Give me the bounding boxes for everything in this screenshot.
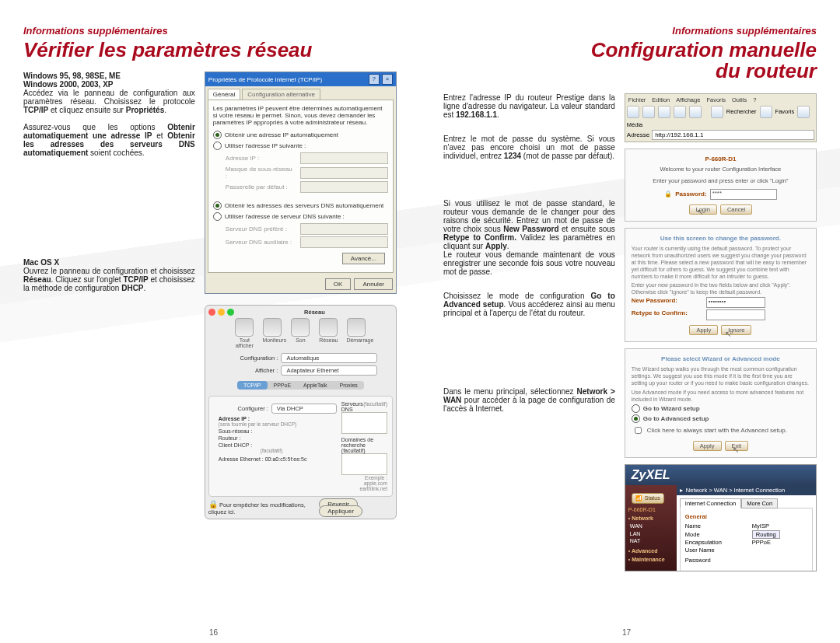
mac-close-icon[interactable] <box>208 309 215 316</box>
wan-password-input[interactable] <box>752 557 791 564</box>
router-model: P-660R-D1 <box>632 156 810 162</box>
cancel-button[interactable]: Annuler <box>354 278 393 290</box>
help-icon[interactable]: ? <box>369 74 380 85</box>
left-page: Informations supplémentaires Vérifier le… <box>0 0 420 643</box>
mode-select[interactable]: Routing <box>752 530 780 539</box>
ok-button[interactable]: OK <box>325 278 352 290</box>
tab-tcpip[interactable]: TCP/IP <box>237 381 268 390</box>
win-heading-1: Windows 95, 98, 98SE, ME <box>23 72 195 80</box>
right-page-number: 17 <box>622 628 631 637</box>
search-domains-field[interactable] <box>341 453 387 475</box>
menu-file[interactable]: Fichier <box>628 96 646 103</box>
side-nat[interactable]: NAT <box>630 537 674 545</box>
side-wan[interactable]: WAN <box>630 522 674 530</box>
new-password-input[interactable]: •••••••• <box>706 297 765 308</box>
address-label: Adresse <box>627 131 649 138</box>
forward-icon[interactable] <box>642 106 655 118</box>
advanced-button[interactable]: Avancé... <box>342 253 385 264</box>
radio-auto-ip[interactable] <box>213 131 222 139</box>
search-icon[interactable] <box>711 106 723 118</box>
gateway-field <box>300 181 388 193</box>
radio-wizard[interactable] <box>632 404 640 413</box>
tcpip-desc: Les paramètres IP peuvent être déterminé… <box>213 105 388 126</box>
tab-more-connections[interactable]: More Con <box>741 498 778 508</box>
tab-proxies[interactable]: Proxies <box>333 381 363 390</box>
win-para-2: Assurez-vous que les options Obtenir aut… <box>23 123 195 157</box>
config-select[interactable]: Automatique <box>281 353 377 363</box>
zyxel-brand: ZyXEL <box>625 465 816 485</box>
menu-edit[interactable]: Edition <box>652 96 670 103</box>
show-select[interactable]: Adaptateur Ethernet <box>281 365 377 376</box>
side-group-maintenance[interactable]: ▪ Maintenance <box>628 557 674 562</box>
back-icon[interactable] <box>627 106 639 118</box>
left-subheader: Informations supplémentaires <box>23 25 397 37</box>
tcpip-title-text: Propriétés de Protocole Internet (TCP/IP… <box>208 76 322 83</box>
pw-apply-button[interactable]: Apply <box>689 325 718 335</box>
tcpip-dialog: Propriétés de Protocole Internet (TCP/IP… <box>205 72 397 294</box>
win-heading-2: Windows 2000, 2003, XP <box>23 80 195 89</box>
right-page: Informations supplémentaires Configurati… <box>420 0 840 643</box>
always-advanced-checkbox[interactable] <box>635 427 642 434</box>
mode-title: Please select Wizard or Advanced mode <box>632 355 810 362</box>
tab-alt-config[interactable]: Configuration alternative <box>242 89 320 100</box>
tcpip-titlebar: Propriétés de Protocole Internet (TCP/IP… <box>205 72 396 86</box>
login-pane: P-660R-D1 Welcome to your router Configu… <box>625 149 817 222</box>
stop-icon[interactable] <box>658 106 670 118</box>
radio-advanced[interactable] <box>632 414 640 423</box>
browser-menu: Fichier Edition Affichage Favoris Outils… <box>627 96 814 104</box>
media-icon[interactable] <box>797 106 810 118</box>
menu-help[interactable]: ? <box>753 96 756 103</box>
login-welcome: Welcome to your router Configuration Int… <box>632 166 810 173</box>
login-button[interactable]: Login <box>689 204 717 215</box>
monitors-icon[interactable]: Moniteurs <box>262 318 282 348</box>
tab-general[interactable]: Général <box>208 89 240 100</box>
menu-view[interactable]: Affichage <box>676 96 700 103</box>
lock-icon: 🔒 <box>664 190 672 197</box>
tab-pppoe[interactable]: PPPoE <box>268 381 298 390</box>
subnet-mask-field <box>300 167 388 179</box>
address-input[interactable]: http://192.168.1.1 <box>652 130 814 140</box>
sound-icon[interactable]: Son <box>290 318 310 348</box>
password-input[interactable]: **** <box>710 189 777 200</box>
left-page-number: 16 <box>209 628 218 637</box>
refresh-icon[interactable] <box>674 106 686 118</box>
side-lan[interactable]: LAN <box>630 530 674 538</box>
side-group-network[interactable]: ▪ Network <box>628 515 674 521</box>
side-group-advanced[interactable]: ▪ Advanced <box>628 548 674 554</box>
startup-icon[interactable]: Démarrage <box>346 318 366 348</box>
login-hint: Enter your password and press enter or c… <box>632 177 810 184</box>
radio-manual-dns[interactable] <box>213 212 222 221</box>
zyxel-sidebar: 📶Status P-660R-D1 ▪ Network WAN LAN NAT … <box>625 485 677 571</box>
network-icon[interactable]: Réseau <box>318 318 338 348</box>
mac-minimize-icon[interactable] <box>218 309 225 316</box>
lock-icon[interactable]: 🔒 Pour empêcher les modifications, cliqu… <box>208 500 319 515</box>
tab-appletalk[interactable]: AppleTalk <box>297 381 333 390</box>
radio-auto-dns[interactable] <box>213 201 222 210</box>
mac-heading: Mac OS X <box>23 258 195 267</box>
favorites-icon[interactable] <box>760 106 772 118</box>
pw-ignore-button[interactable]: Ignore <box>721 325 751 335</box>
username-input[interactable] <box>752 547 791 554</box>
mac-para: Ouvrez le panneau de configuration et ch… <box>23 267 195 292</box>
mac-title: Réseau <box>236 309 393 316</box>
mac-zoom-icon[interactable] <box>227 309 234 316</box>
mode-apply-button[interactable]: Apply <box>693 441 722 451</box>
apply-button[interactable]: Appliquer <box>319 505 362 517</box>
isp-name-input[interactable]: MyISP <box>752 522 791 530</box>
change-password-pane: Use this screen to change the password. … <box>625 228 817 343</box>
retype-password-input[interactable] <box>706 309 765 320</box>
configure-select[interactable]: Via DHCP <box>271 404 337 414</box>
menu-fav[interactable]: Favoris <box>706 96 726 103</box>
showall-icon[interactable]: Tout afficher <box>234 318 254 348</box>
mode-exit-button[interactable]: Exit <box>725 441 749 451</box>
dns-servers-field[interactable] <box>341 412 387 434</box>
tab-internet-connection[interactable]: Internet Connection <box>680 498 741 508</box>
login-cancel-button[interactable]: Cancel <box>720 204 752 215</box>
left-text-column: Windows 95, 98, 98SE, ME Windows 2000, 2… <box>23 72 195 519</box>
right-text-column: Entrez l'adresse IP du routeur Prestige … <box>443 93 615 571</box>
home-icon[interactable] <box>689 106 702 118</box>
menu-tools[interactable]: Outils <box>732 96 747 103</box>
status-button[interactable]: 📶Status <box>632 493 664 504</box>
radio-manual-ip[interactable] <box>213 142 222 150</box>
close-icon[interactable]: × <box>382 74 393 85</box>
